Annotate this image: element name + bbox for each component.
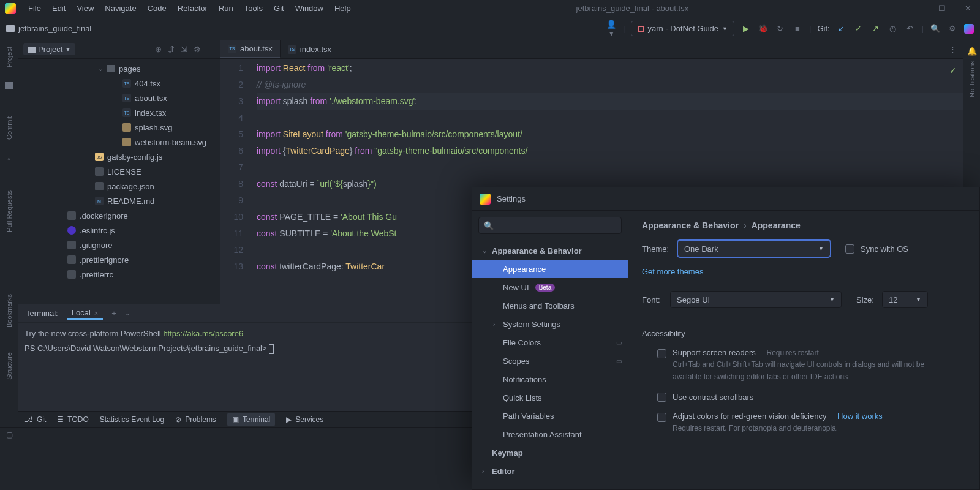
bb-problems[interactable]: ⊘ Problems (175, 415, 216, 424)
pull-requests-button[interactable]: Pull Requests (6, 190, 13, 232)
git-history-icon[interactable]: ◷ (888, 24, 899, 33)
menu-code[interactable]: Code (143, 1, 172, 15)
menu-window[interactable]: Window (290, 1, 328, 15)
git-rollback-icon[interactable]: ↶ (905, 24, 916, 33)
menu-edit[interactable]: Edit (47, 1, 70, 15)
debug-button[interactable]: 🐞 (758, 24, 769, 33)
collapse-all-icon[interactable]: ⇲ (181, 45, 187, 54)
size-select[interactable]: 12▼ (882, 291, 928, 308)
colorblind-checkbox[interactable] (657, 413, 666, 422)
tab-index[interactable]: TSindex.tsx (281, 40, 339, 58)
minimize-button[interactable]: — (909, 4, 924, 13)
contrast-scrollbars-checkbox[interactable] (657, 393, 666, 402)
settings-search-field[interactable]: 🔍 (478, 217, 622, 234)
tab-about[interactable]: TSabout.tsx (221, 40, 281, 58)
get-more-themes-link[interactable]: Get more themes (642, 267, 703, 276)
run-configuration[interactable]: yarn - DotNet Guide ▼ (631, 21, 734, 36)
git-push-icon[interactable]: ↗ (870, 24, 881, 33)
menu-help[interactable]: Help (330, 1, 356, 15)
tree-file-about[interactable]: TSabout.tsx (18, 91, 220, 105)
tree-file-splash[interactable]: splash.svg (18, 120, 220, 135)
nav-menus-toolbars[interactable]: Menus and Toolbars (472, 296, 628, 315)
menu-navigate[interactable]: Navigate (100, 1, 141, 15)
nav-notifications[interactable]: Notifications (472, 370, 628, 388)
tree-file-eslintrc[interactable]: .eslintrc.js (18, 223, 220, 238)
coverage-button[interactable]: ↻ (775, 24, 786, 33)
run-button[interactable]: ▶ (741, 24, 752, 33)
screen-readers-checkbox[interactable] (657, 349, 666, 358)
bb-terminal[interactable]: ▣ Terminal (227, 413, 275, 426)
project-toolwindow-button[interactable]: Project (6, 47, 13, 67)
theme-select[interactable]: One Dark▼ (677, 240, 831, 257)
nav-quick-lists[interactable]: Quick Lists (472, 388, 628, 407)
tree-file-404[interactable]: TS404.tsx (18, 76, 220, 91)
commit-toolwindow-button[interactable]: Commit (6, 116, 13, 140)
close-button[interactable]: ✕ (960, 4, 975, 13)
git-update-icon[interactable]: ↙ (836, 24, 847, 33)
nav-keymap[interactable]: Keymap (472, 443, 628, 462)
menu-run[interactable]: Run (214, 1, 238, 15)
menu-bar: File Edit View Navigate Code Refactor Ru… (23, 1, 356, 15)
maximize-button[interactable]: ☐ (935, 4, 949, 13)
font-select[interactable]: Segoe UI▼ (670, 291, 842, 308)
font-row: Font: Segoe UI▼ Size: 12▼ (642, 291, 966, 308)
navigation-bar: jetbrains_guide_final 👤▾ | yarn - DotNet… (0, 17, 980, 40)
terminal-title: Terminal: (26, 309, 58, 318)
nav-appearance[interactable]: Appearance (472, 260, 628, 278)
tree-file-webstorm-beam[interactable]: webstorm-beam.svg (18, 135, 220, 149)
tree-file-readme[interactable]: MREADME.md (18, 194, 220, 208)
user-icon[interactable]: 👤▾ (606, 20, 617, 38)
structure-button[interactable]: Structure (6, 352, 13, 380)
nav-system-settings[interactable]: ›System Settings (472, 315, 628, 333)
contrast-scrollbars-label: Use contrast scrollbars (673, 393, 753, 402)
menu-view[interactable]: View (72, 1, 99, 15)
tree-file-index[interactable]: TSindex.tsx (18, 105, 220, 120)
bb-git[interactable]: ⎇ Git (24, 415, 46, 424)
notifications-button[interactable]: Notifications (968, 61, 976, 97)
project-view-selector[interactable]: Project ▼ (23, 43, 75, 55)
add-terminal-button[interactable]: + (111, 309, 116, 318)
bb-stats[interactable]: Statistics Event Log (100, 415, 164, 424)
bb-services[interactable]: ▶ Services (286, 415, 323, 424)
how-it-works-link[interactable]: How it works (837, 412, 883, 421)
project-breadcrumb[interactable]: jetbrains_guide_final (6, 24, 91, 33)
settings-icon[interactable]: ⚙ (947, 24, 958, 33)
tree-file-gatsby-config[interactable]: JSgatsby-config.js (18, 149, 220, 164)
bookmarks-button[interactable]: Bookmarks (6, 294, 13, 328)
tree-file-gitignore[interactable]: .gitignore (18, 238, 220, 252)
menu-tools[interactable]: Tools (239, 1, 268, 15)
tree-folder-pages[interactable]: ⌄pages (18, 61, 220, 76)
nav-path-variables[interactable]: Path Variables (472, 407, 628, 425)
sb-toolwindows-icon[interactable]: ▢ (6, 431, 13, 439)
bb-todo[interactable]: ☰ TODO (57, 415, 88, 424)
tree-file-prettierignore[interactable]: .prettierignore (18, 252, 220, 267)
nav-presentation[interactable]: Presentation Assistant (472, 425, 628, 443)
menu-refactor[interactable]: Refactor (173, 1, 213, 15)
inspections-ok-icon[interactable]: ✓ (949, 62, 957, 79)
search-icon[interactable]: 🔍 (930, 24, 941, 33)
tree-file-prettierrc[interactable]: .prettierrc (18, 267, 220, 282)
locate-icon[interactable]: ⊕ (155, 45, 162, 54)
terminal-tab-local[interactable]: Local× (67, 307, 104, 320)
bell-icon[interactable]: 🔔 (967, 47, 977, 56)
nav-new-ui[interactable]: New UIBeta (472, 278, 628, 296)
nav-file-colors[interactable]: File Colors▭ (472, 333, 628, 352)
menu-git[interactable]: Git (269, 1, 289, 15)
nav-appearance-behavior[interactable]: ⌄Appearance & Behavior (472, 241, 628, 260)
tab-more-icon[interactable]: ⋮ (943, 40, 963, 58)
hide-panel-icon[interactable]: — (207, 45, 215, 54)
tree-file-dockerignore[interactable]: .dockerignore (18, 208, 220, 223)
expand-all-icon[interactable]: ⇵ (168, 45, 175, 54)
git-commit-icon[interactable]: ✓ (853, 24, 864, 33)
sync-os-checkbox[interactable] (845, 244, 854, 254)
terminal-dropdown-icon[interactable]: ⌄ (125, 310, 130, 317)
tree-file-package[interactable]: package.json (18, 179, 220, 194)
nav-scopes[interactable]: Scopes▭ (472, 352, 628, 370)
nav-editor[interactable]: ›Editor (472, 462, 628, 480)
menu-file[interactable]: File (23, 1, 46, 15)
text-icon (67, 270, 76, 279)
tree-file-license[interactable]: LICENSE (18, 164, 220, 179)
stop-button[interactable]: ■ (792, 24, 803, 33)
panel-settings-icon[interactable]: ⚙ (194, 45, 201, 54)
ai-icon[interactable] (964, 24, 974, 34)
